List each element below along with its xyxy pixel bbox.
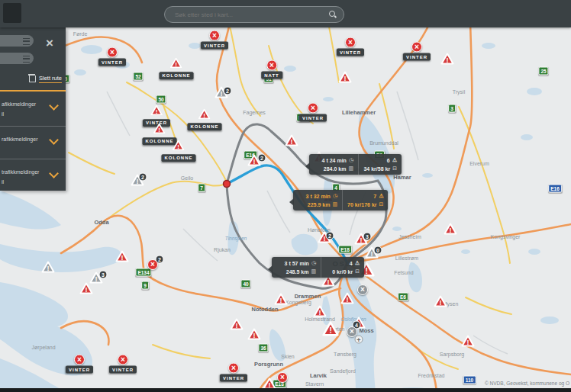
traffic-warning-marker[interactable]: ! (285, 134, 298, 149)
warning-triangle-icon: ! (173, 140, 185, 153)
chevron-down-icon[interactable] (49, 135, 59, 145)
road-shield: 40 (240, 280, 250, 288)
inactive-warning-marker[interactable]: ! (41, 261, 55, 276)
place-label: Lillestrøm (395, 255, 418, 261)
vinter-closure-marker[interactable]: ×VINTER (201, 31, 228, 50)
route-start-marker[interactable] (224, 181, 231, 188)
closed-road-icon: × (345, 37, 356, 48)
expand-cluster-icon[interactable]: + (355, 336, 363, 344)
search-input[interactable] (165, 11, 329, 19)
traffic-warning-marker[interactable]: ! (274, 293, 288, 308)
cluster-count-badge[interactable]: 2 (224, 87, 232, 95)
vinter-closure-marker[interactable]: ×VINTER (98, 47, 126, 66)
vinter-closure-marker[interactable]: ×VINTER (337, 37, 364, 56)
menu-icon[interactable] (23, 56, 30, 63)
close-icon[interactable]: × (46, 37, 53, 50)
place-label: Tinnsjøen (225, 236, 247, 241)
app-logo (3, 3, 21, 23)
svg-text:!: ! (156, 108, 158, 115)
cluster-count-badge[interactable]: 0 (374, 246, 382, 255)
top-bar (0, 0, 571, 27)
cluster-count-badge[interactable]: 3 (99, 271, 108, 279)
chevron-down-icon[interactable] (49, 169, 59, 178)
kolonne-closure-marker[interactable]: !KOLONNE (160, 57, 194, 79)
closure-label: VINTER (299, 114, 327, 122)
svg-text:!: ! (204, 112, 206, 119)
traffic-warning-marker[interactable]: ! (440, 53, 454, 68)
place-label: Brumunddal (369, 140, 398, 146)
vinter-closure-marker[interactable]: ×VINTER (109, 355, 137, 374)
traffic-warning-marker[interactable]: ! (115, 250, 129, 265)
place-label: Fagernes (243, 110, 266, 115)
kolonne-closure-marker[interactable]: !KOLONNE (162, 140, 196, 162)
kolonne-closure-marker[interactable]: !KOLONNE (188, 108, 222, 130)
cluster-count-badge[interactable]: 2 (258, 154, 266, 162)
traffic-warning-marker[interactable]: ! (247, 328, 261, 343)
closed-road-icon: × (228, 363, 239, 374)
place-label: Førde (73, 31, 88, 37)
cluster-count-badge[interactable]: 2 (326, 232, 334, 240)
natt-closure-marker[interactable]: ×NATT (261, 60, 282, 79)
delete-route-button[interactable]: Slett rute (29, 75, 62, 83)
vinter-closure-marker[interactable]: ×VINTER (220, 363, 247, 382)
place-label: Fetsund (394, 270, 413, 275)
map-land (0, 0, 571, 392)
place-label: Geilo (181, 175, 193, 181)
clock-icon: ◷ (333, 193, 337, 199)
traffic-warning-marker[interactable]: ! (461, 335, 475, 350)
closure-label: VINTER (109, 366, 137, 374)
closure-label: KOLONNE (188, 124, 222, 131)
traffic-warning-marker[interactable]: ! (338, 71, 352, 86)
closed-road-marker[interactable]: × (277, 372, 288, 383)
svg-text:!: ! (121, 254, 124, 262)
route-info-box-2-selected[interactable]: 3 t 32 min◷ 225.9 km▥ 7⚠ 70 kr/176 kr⊟ (293, 190, 388, 210)
route-info-box-3[interactable]: 3 t 57 min◷ 248.5 km▥ 4⚠ 0 kr/0 kr⊟ (272, 257, 364, 278)
place-label: Jørpeland (31, 345, 55, 350)
traffic-warning-marker[interactable]: ! (313, 305, 327, 320)
place-label: Drammen (295, 293, 321, 300)
closure-label: VINTER (403, 53, 431, 61)
place-label: Skien (281, 354, 295, 359)
svg-text:!: ! (440, 299, 442, 307)
cluster-count-badge[interactable]: 2 (139, 173, 147, 182)
menu-icon[interactable] (23, 38, 30, 45)
map-canvas[interactable] (0, 0, 571, 392)
place-label: Odda (94, 219, 108, 226)
traffic-warning-marker[interactable]: ! (434, 295, 447, 310)
route-time: 3 t 32 min (306, 194, 331, 199)
svg-text:!: ! (236, 322, 238, 329)
closed-road-marker[interactable]: × (147, 259, 158, 270)
route-from-input[interactable] (0, 35, 34, 47)
closure-label: KOLONNE (160, 72, 194, 80)
place-label: Rjukan (214, 247, 231, 252)
panel-text: il (2, 111, 4, 117)
road-shield: E18 (338, 246, 352, 254)
route-info-box-1[interactable]: 4 t 24 min◷ 284.0 km▥ 6⚠ 34 kr/58 kr⊟ (309, 154, 402, 175)
place-label: Sandefjord (330, 368, 356, 374)
road-shield: E6 (398, 293, 408, 301)
road-shield: 50 (156, 95, 166, 104)
toll-icon: ⊟ (379, 201, 384, 207)
chevron-down-icon[interactable] (49, 101, 59, 111)
cluster-count-badge[interactable]: 3 (363, 233, 372, 241)
traffic-warning-marker[interactable]: ! (322, 321, 340, 339)
map-attribution: © NVDB, Geovekst, kommunene og O (485, 381, 569, 386)
route-planner-app: FørdeFagernesGeiloOddaRjukanLillehammerB… (0, 0, 571, 392)
closure-label: VINTER (220, 374, 247, 382)
closed-road-icon: × (74, 355, 85, 365)
route-to-input[interactable] (0, 53, 34, 64)
search-icon[interactable] (329, 11, 337, 18)
inactive-closed-road-marker[interactable]: × (357, 284, 368, 295)
traffic-warning-marker[interactable]: ! (444, 223, 457, 238)
warning-triangle-icon: ! (150, 104, 163, 118)
road-icon: ▥ (311, 268, 316, 275)
road-icon: ▥ (332, 201, 337, 207)
vinter-closure-marker[interactable]: ×VINTER (299, 103, 327, 122)
vinter-closure-marker[interactable]: ×VINTER (66, 355, 93, 374)
traffic-warning-marker[interactable]: ! (230, 318, 244, 333)
search-box[interactable] (164, 6, 344, 23)
traffic-warning-marker[interactable]: ! (340, 292, 354, 307)
vinter-closure-marker[interactable]: ×VINTER (403, 42, 431, 61)
svg-text:!: ! (176, 61, 178, 68)
toll-icon: ⊟ (392, 165, 397, 172)
